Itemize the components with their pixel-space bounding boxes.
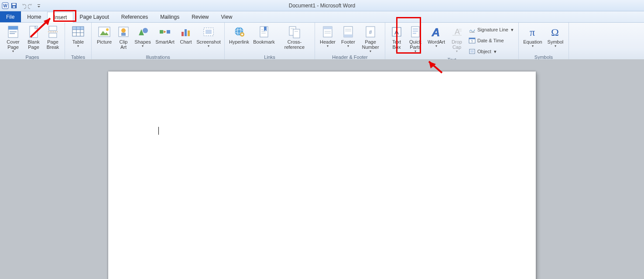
group-text: A Text Box ▾ Quick Parts ▾ A WordArt ▾ A… bbox=[385, 23, 519, 60]
drop-cap-button[interactable]: A Drop Cap ▾ bbox=[448, 24, 466, 57]
object-label: Object bbox=[477, 49, 491, 54]
quick-access-toolbar: W bbox=[0, 2, 43, 9]
blank-page-label: Blank Page bbox=[25, 39, 42, 50]
chart-label: Chart bbox=[180, 39, 192, 44]
document-page[interactable] bbox=[108, 71, 536, 279]
tab-mailings-label: Mailings bbox=[160, 14, 179, 20]
smartart-icon bbox=[158, 25, 172, 39]
tab-home[interactable]: Home bbox=[21, 11, 47, 22]
tab-mailings[interactable]: Mailings bbox=[154, 11, 185, 22]
chevron-down-icon: ▾ bbox=[12, 50, 14, 53]
wordart-icon: A bbox=[429, 25, 443, 39]
tab-view[interactable]: View bbox=[215, 11, 239, 22]
smartart-button[interactable]: SmartArt bbox=[154, 24, 176, 54]
object-icon bbox=[469, 48, 476, 55]
clip-art-icon bbox=[116, 25, 130, 39]
svg-rect-55 bbox=[344, 34, 353, 37]
text-cursor bbox=[158, 127, 159, 135]
tab-file[interactable]: File bbox=[0, 11, 21, 22]
svg-point-27 bbox=[143, 28, 148, 33]
quick-parts-label: Quick Parts bbox=[407, 39, 424, 50]
chevron-down-icon: ▾ bbox=[414, 50, 416, 53]
date-time-button[interactable]: 5 Date & Time bbox=[466, 35, 516, 46]
word-app-icon: W bbox=[2, 2, 9, 9]
svg-rect-35 bbox=[206, 30, 212, 34]
shapes-icon bbox=[136, 25, 150, 39]
hyperlink-button[interactable]: Hyperlink bbox=[227, 24, 251, 54]
cover-page-button[interactable]: Cover Page ▾ bbox=[3, 24, 24, 54]
svg-point-24 bbox=[121, 28, 126, 33]
cross-reference-label: Cross-reference bbox=[277, 39, 312, 50]
chevron-down-icon: ▾ bbox=[77, 45, 79, 48]
hyperlink-label: Hyperlink bbox=[229, 39, 250, 44]
group-tables: Table ▾ Tables bbox=[65, 23, 92, 60]
blank-page-icon bbox=[27, 25, 41, 39]
save-icon[interactable] bbox=[10, 2, 17, 9]
symbol-button[interactable]: Ω Symbol ▾ bbox=[545, 24, 566, 54]
blank-page-button[interactable]: Blank Page bbox=[24, 24, 43, 54]
quick-parts-button[interactable]: Quick Parts ▾ bbox=[406, 24, 425, 57]
header-button[interactable]: Header ▾ bbox=[318, 24, 338, 54]
text-box-icon: A bbox=[390, 25, 404, 39]
quick-parts-icon bbox=[408, 25, 422, 39]
svg-rect-73 bbox=[469, 38, 475, 39]
shapes-button[interactable]: Shapes ▾ bbox=[133, 24, 153, 54]
symbol-icon: Ω bbox=[548, 25, 562, 39]
tab-page-layout[interactable]: Page Layout bbox=[73, 11, 115, 22]
window-title: Document1 - Microsoft Word bbox=[0, 3, 644, 9]
text-box-button[interactable]: A Text Box ▾ bbox=[388, 24, 405, 57]
chevron-down-icon: ▾ bbox=[396, 50, 397, 53]
tab-review[interactable]: Review bbox=[185, 11, 215, 22]
svg-text:π: π bbox=[530, 27, 535, 38]
page-break-icon bbox=[46, 25, 60, 39]
document-area[interactable] bbox=[0, 59, 644, 279]
svg-text:A: A bbox=[455, 27, 460, 36]
chevron-down-icon: ▾ bbox=[142, 45, 144, 48]
screenshot-button[interactable]: Screenshot ▾ bbox=[195, 24, 222, 54]
chevron-down-icon: ▾ bbox=[435, 45, 437, 48]
svg-rect-25 bbox=[121, 33, 126, 36]
tab-insert[interactable]: Insert bbox=[47, 12, 73, 23]
equation-icon: π bbox=[526, 25, 540, 39]
tab-insert-label: Insert bbox=[54, 14, 67, 20]
footer-button[interactable]: Footer ▾ bbox=[339, 24, 358, 54]
svg-rect-29 bbox=[167, 30, 170, 34]
svg-rect-31 bbox=[182, 32, 184, 36]
svg-rect-76 bbox=[470, 50, 474, 53]
tab-page-layout-label: Page Layout bbox=[79, 14, 109, 20]
picture-icon bbox=[97, 25, 111, 39]
signature-line-icon bbox=[469, 26, 476, 33]
clip-art-button[interactable]: Clip Art bbox=[115, 24, 132, 54]
screenshot-icon bbox=[202, 25, 216, 39]
equation-button[interactable]: π Equation ▾ bbox=[521, 24, 544, 54]
cross-reference-button[interactable]: Cross-reference bbox=[277, 24, 312, 54]
tab-view-label: View bbox=[221, 14, 233, 20]
table-button[interactable]: Table ▾ bbox=[68, 24, 89, 54]
smartart-label: SmartArt bbox=[155, 39, 175, 44]
undo-icon[interactable] bbox=[19, 2, 26, 9]
picture-label: Picture bbox=[96, 39, 112, 44]
picture-button[interactable]: Picture bbox=[94, 24, 114, 54]
wordart-button[interactable]: A WordArt ▾ bbox=[425, 24, 447, 57]
svg-rect-7 bbox=[8, 26, 18, 30]
object-button[interactable]: Object ▾ bbox=[466, 46, 516, 57]
qat-more-icon[interactable] bbox=[37, 2, 41, 9]
page-number-label: Page Number bbox=[359, 39, 382, 50]
date-time-icon: 5 bbox=[469, 37, 476, 44]
signature-line-button[interactable]: Signature Line ▾ bbox=[466, 24, 516, 35]
bookmark-button[interactable]: Bookmark bbox=[252, 24, 276, 54]
page-break-button[interactable]: Page Break bbox=[44, 24, 62, 54]
bookmark-label: Bookmark bbox=[253, 39, 275, 44]
svg-rect-3 bbox=[12, 3, 16, 5]
redo-icon[interactable] bbox=[28, 2, 35, 9]
tab-home-label: Home bbox=[27, 14, 41, 20]
svg-rect-19 bbox=[72, 27, 84, 30]
tab-references[interactable]: References bbox=[115, 11, 154, 22]
drop-cap-icon: A bbox=[450, 25, 464, 39]
chart-button[interactable]: Chart bbox=[177, 24, 195, 54]
clip-art-label: Clip Art bbox=[116, 39, 131, 50]
group-pages: Cover Page ▾ Blank Page Page Break Pages bbox=[0, 23, 65, 60]
page-number-button[interactable]: # Page Number ▾ bbox=[359, 24, 382, 54]
cross-reference-icon bbox=[288, 25, 301, 39]
chevron-down-icon: ▾ bbox=[208, 45, 209, 48]
